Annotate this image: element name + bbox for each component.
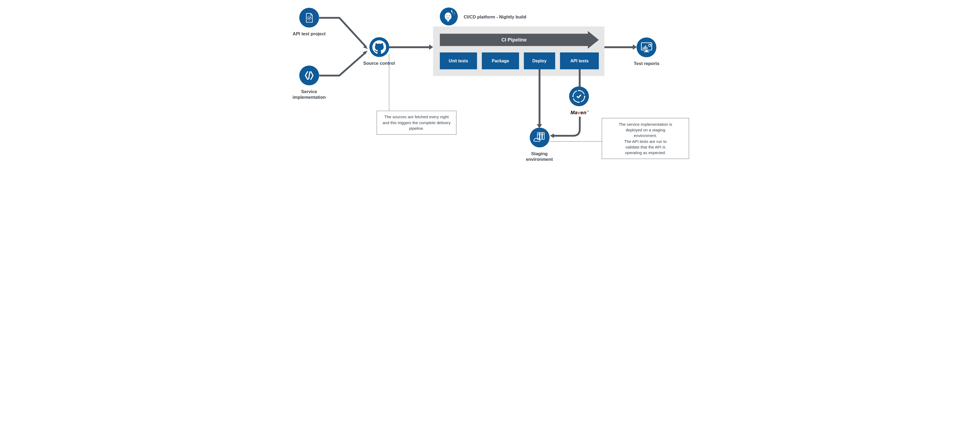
svg-point-21 — [584, 96, 585, 97]
staging-note-l6: operating as expected. — [625, 150, 666, 155]
arrowhead-pipeline-to-reports — [633, 45, 637, 50]
maven-tm: ™ — [587, 110, 589, 113]
stage-api-tests: API tests — [560, 52, 599, 69]
ci-pipeline-banner: CI Pipeline — [440, 34, 588, 46]
svg-point-5 — [454, 15, 455, 15]
leader-source-note — [389, 54, 389, 111]
staging-note-l1: The service implementation is — [619, 122, 672, 127]
connector-source-to-pipeline — [389, 46, 430, 48]
stage-deploy: Deploy — [524, 52, 555, 69]
service-impl-label-line2: implementation — [293, 95, 326, 100]
api-test-project-icon — [299, 8, 319, 27]
connector-deploy-to-staging — [539, 69, 541, 124]
svg-point-8 — [449, 16, 449, 16]
maven-badge-icon — [569, 86, 589, 106]
service-impl-icon — [299, 65, 319, 85]
test-reports-icon — [636, 37, 656, 57]
svg-rect-13 — [644, 46, 645, 49]
stage-package: Package — [482, 52, 519, 69]
connector-maven-to-staging — [546, 117, 584, 143]
svg-rect-11 — [644, 51, 649, 52]
staging-note-l4: The API tests are run to — [624, 139, 667, 144]
ci-pipeline-banner-arrowhead — [588, 31, 599, 49]
svg-rect-12 — [643, 48, 644, 49]
source-note: The sources are fetched every night and … — [377, 111, 456, 135]
staging-note-l2: deployed on a staging — [625, 128, 665, 132]
staging-note-l5: validate that the API is — [625, 145, 665, 149]
cicd-title: CI/CD platform - Nightly build — [464, 14, 565, 20]
maven-prefix: Ma — [570, 110, 578, 115]
connector-apitests-to-maven — [579, 69, 581, 87]
stage-unit-tests: Unit tests — [440, 52, 477, 69]
service-impl-label: Service implementation — [289, 89, 329, 100]
leader-staging-note — [550, 141, 602, 141]
svg-point-20 — [572, 96, 574, 97]
svg-point-3 — [454, 13, 455, 14]
arrowhead-source-to-pipeline — [429, 45, 433, 50]
diagram-canvas: API test project Service implementation … — [285, 0, 696, 182]
staging-env-icon — [530, 128, 550, 148]
jenkins-icon — [440, 8, 458, 25]
staging-note-l3: environment. — [634, 133, 657, 138]
staging-label-line2: environment — [526, 157, 553, 162]
svg-point-29 — [541, 133, 541, 134]
svg-point-6 — [445, 13, 451, 20]
staging-env-label: Staging environment — [519, 151, 560, 162]
svg-rect-14 — [645, 45, 646, 49]
test-reports-label: Test reports — [628, 61, 665, 67]
source-note-text: The sources are fetched every night and … — [382, 114, 450, 130]
github-icon — [369, 37, 389, 57]
staging-label-line1: Staging — [531, 151, 547, 156]
staging-note: The service implementation is deployed o… — [602, 118, 689, 159]
svg-point-28 — [538, 133, 539, 134]
svg-rect-10 — [645, 50, 648, 51]
source-control-label: Source control — [361, 61, 398, 66]
svg-point-4 — [452, 14, 453, 14]
maven-v: v — [578, 110, 581, 115]
svg-point-30 — [543, 133, 544, 134]
service-impl-label-line1: Service — [301, 89, 317, 94]
svg-point-7 — [447, 16, 447, 16]
connector-pipeline-to-reports — [605, 46, 633, 48]
svg-rect-15 — [646, 47, 647, 49]
ci-pipeline-banner-text: CI Pipeline — [501, 37, 527, 43]
maven-label: Maven™ — [568, 110, 592, 116]
connector-api-to-source — [318, 16, 372, 52]
maven-suffix: en — [581, 110, 587, 115]
svg-marker-24 — [550, 134, 554, 138]
